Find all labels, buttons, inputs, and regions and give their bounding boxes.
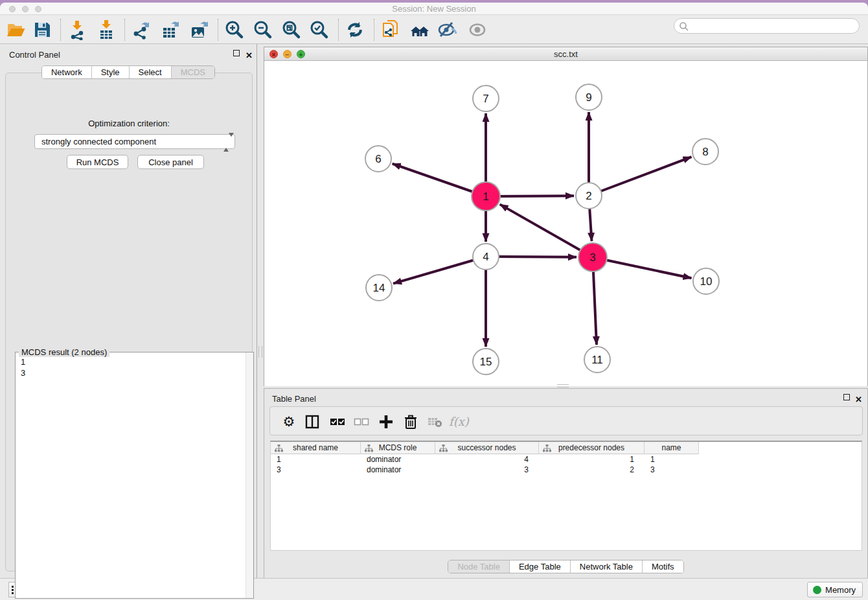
graph-node-label: 4 [483, 251, 488, 263]
column-header-shared-name[interactable]: shared name [271, 442, 361, 454]
cell-name[interactable]: 1 [645, 454, 699, 465]
close-panel-icon[interactable]: ✕ [246, 49, 254, 58]
delete-column-trash-icon[interactable] [403, 414, 418, 430]
zoom-selected-icon[interactable] [309, 19, 330, 40]
tab-motifs[interactable]: Motifs [642, 560, 683, 573]
cell-shared-name[interactable]: 3 [271, 465, 361, 475]
mcds-tab-content: Optimization criterion: strongly connect… [5, 73, 253, 571]
cell-name[interactable]: 3 [645, 465, 699, 475]
column-header-successor-nodes[interactable]: successor nodes [435, 442, 539, 454]
column-chooser-icon[interactable] [304, 414, 320, 430]
column-type-icon [365, 444, 373, 452]
import-network-icon[interactable] [67, 19, 87, 40]
application-window: Session: New Session [0, 0, 868, 600]
main-window: Session: New Session [0, 3, 868, 600]
graph-node-label: 14 [373, 282, 385, 294]
main-toolbar [0, 16, 868, 44]
memory-button[interactable]: Memory [807, 582, 863, 597]
horizontal-splitter-handle[interactable] [557, 384, 569, 387]
table-panel-title: Table Panel [272, 394, 316, 404]
tab-network[interactable]: Network [42, 66, 91, 78]
tab-edge-table[interactable]: Edge Table [509, 560, 570, 573]
graph-edge-2-8[interactable] [589, 157, 691, 196]
export-network-icon[interactable] [131, 19, 152, 40]
zoom-out-icon[interactable] [253, 19, 273, 40]
cell-successor-nodes[interactable]: 4 [435, 454, 539, 465]
mcds-result-title: MCDS result (2 nodes) [19, 347, 109, 357]
close-panel-button[interactable]: Close panel [137, 155, 204, 169]
network-window-titlebar[interactable]: × − + scc.txt [264, 47, 867, 61]
search-field[interactable] [674, 18, 860, 34]
column-type-icon [543, 444, 551, 452]
tab-style[interactable]: Style [91, 66, 129, 78]
graph-edge-3-1[interactable] [500, 204, 593, 257]
search-icon [679, 21, 689, 32]
apply-layout-icon[interactable] [345, 19, 365, 40]
toolbar-separator [124, 19, 125, 41]
first-neighbors-icon[interactable] [409, 19, 430, 40]
column-header-name[interactable]: name [645, 442, 699, 454]
export-image-icon[interactable] [189, 19, 210, 40]
graph-node-label: 2 [586, 190, 591, 202]
cell-predecessor-nodes[interactable]: 1 [539, 454, 645, 465]
table-panel: Table Panel ✕ ⚙ [264, 388, 868, 579]
new-network-from-selection-icon[interactable] [380, 19, 401, 40]
save-session-icon[interactable] [32, 19, 52, 40]
zoom-in-icon[interactable] [224, 19, 245, 40]
node-table[interactable]: shared name MCDS role successor nodes pr… [270, 441, 862, 551]
column-header-predecessor-nodes[interactable]: predecessor nodes [539, 442, 645, 454]
float-panel-icon[interactable] [233, 49, 242, 58]
graph-edge-3-10[interactable] [593, 257, 691, 278]
function-builder-icon: f(x) [449, 414, 475, 430]
open-file-icon[interactable] [5, 19, 26, 40]
cell-mcds-role[interactable]: dominator [361, 465, 435, 475]
tab-select[interactable]: Select [129, 66, 171, 78]
tab-network-table[interactable]: Network Table [570, 560, 642, 573]
vertical-splitter-handle[interactable] [258, 346, 262, 358]
graph-node-label: 3 [589, 251, 595, 264]
tab-mcds[interactable]: MCDS [171, 66, 214, 78]
cell-mcds-role[interactable]: dominator [361, 454, 435, 465]
float-table-panel-icon[interactable] [843, 393, 852, 402]
criterion-dropdown[interactable]: strongly connected component [34, 134, 235, 149]
graph-edge-4-14[interactable] [393, 257, 486, 284]
network-canvas[interactable]: 1234678910111415 [264, 62, 867, 386]
cell-successor-nodes[interactable]: 3 [435, 465, 539, 475]
run-mcds-button[interactable]: Run MCDS [67, 155, 128, 169]
memory-label: Memory [825, 585, 856, 595]
search-input[interactable] [691, 19, 853, 32]
network-view-window: × − + scc.txt 1234678910111415 [264, 47, 868, 386]
zoom-fit-icon[interactable] [281, 19, 302, 40]
settings-gear-icon[interactable]: ⚙ [281, 414, 297, 430]
show-graphics-details-icon [467, 19, 488, 40]
control-panel-tabs: Network Style Select MCDS [0, 65, 257, 79]
column-header-mcds-role[interactable]: MCDS role [361, 442, 435, 454]
title-bar: Session: New Session [0, 3, 868, 15]
main-content: Control Panel ✕ Network Style Select MCD… [0, 44, 868, 578]
unselect-all-icon[interactable] [354, 414, 369, 430]
hide-graphics-details-icon[interactable] [437, 19, 458, 40]
table-row[interactable]: 3 dominator 3 2 3 [271, 465, 862, 475]
mcds-result-list[interactable]: 1 3 [16, 356, 253, 378]
graph-node-label: 9 [586, 91, 591, 104]
result-item[interactable]: 3 [16, 367, 253, 378]
import-table-icon[interactable] [96, 19, 117, 40]
cell-shared-name[interactable]: 1 [271, 454, 361, 465]
select-all-icon[interactable] [330, 414, 345, 430]
table-toolbar: ⚙ [269, 406, 863, 435]
toolbar-separator [60, 19, 61, 41]
toolbar-separator [374, 19, 374, 41]
column-type-icon [275, 444, 283, 452]
toolbar-separator [338, 19, 339, 41]
close-table-panel-icon[interactable]: ✕ [855, 393, 863, 402]
export-table-icon[interactable] [160, 19, 181, 40]
result-item[interactable]: 1 [16, 356, 253, 367]
graph-node-label: 11 [591, 354, 603, 366]
add-column-icon[interactable] [378, 414, 394, 430]
graph-edge-4-3[interactable] [486, 257, 577, 257]
result-scrollbar[interactable] [246, 352, 253, 598]
tab-node-table[interactable]: Node Table [448, 560, 509, 573]
graph-node-label: 1 [483, 190, 488, 203]
table-row[interactable]: 1 dominator 4 1 1 [271, 454, 862, 465]
cell-predecessor-nodes[interactable]: 2 [539, 465, 645, 475]
